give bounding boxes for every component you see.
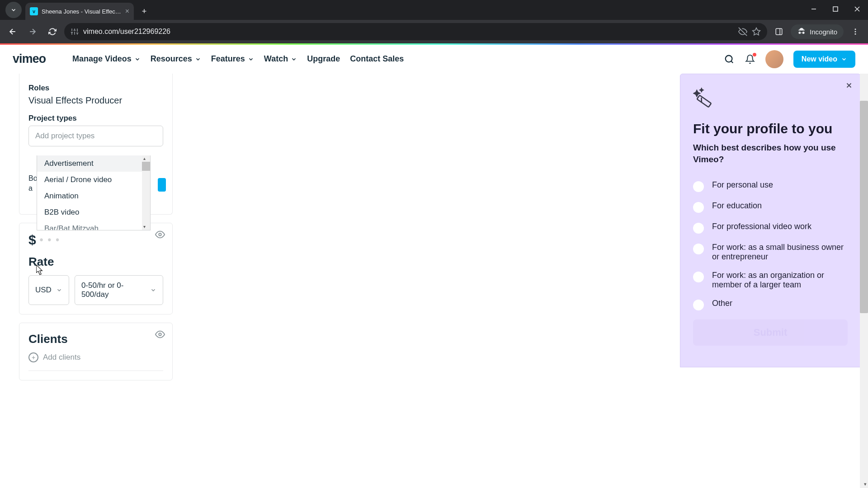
- forward-button[interactable]: [24, 23, 41, 40]
- reload-button[interactable]: [44, 23, 61, 40]
- svg-point-24: [159, 333, 161, 336]
- rate-title: Rate: [28, 255, 163, 269]
- rate-display: $• • •: [28, 232, 163, 248]
- radio-icon: [693, 272, 704, 282]
- browser-tab[interactable]: v Sheena Jones - Visual Effects P ×: [25, 3, 134, 20]
- tab-close-icon[interactable]: ×: [125, 7, 129, 15]
- site-header: vimeo Manage Videos Resources Features W…: [0, 45, 868, 74]
- project-types-dropdown[interactable]: Advertisement Aerial / Drone video Anima…: [37, 155, 151, 230]
- roles-project-card: Roles Visual Effects Producer Project ty…: [19, 74, 173, 215]
- side-panel-button[interactable]: [771, 23, 787, 40]
- svg-rect-27: [697, 95, 712, 107]
- svg-line-22: [731, 61, 733, 63]
- nav-watch[interactable]: Watch: [264, 54, 297, 64]
- profile-sidebar: Roles Visual Effects Producer Project ty…: [19, 74, 173, 389]
- rate-dots: • • •: [40, 234, 60, 246]
- survey-subtitle: Which best describes how you use Vimeo?: [693, 142, 848, 165]
- scroll-down-arrow-icon[interactable]: ▾: [864, 481, 867, 487]
- eye-off-icon[interactable]: [738, 27, 747, 36]
- page-scroll-thumb[interactable]: [860, 101, 868, 313]
- notification-dot-icon: [753, 53, 756, 56]
- magic-wand-icon: [693, 87, 848, 109]
- incognito-indicator[interactable]: Incognito: [791, 24, 844, 39]
- svg-marker-14: [753, 28, 760, 35]
- survey-title: Fit your profile to you: [693, 121, 848, 136]
- browser-chrome: v Sheena Jones - Visual Effects P × + vi…: [0, 0, 868, 43]
- dropdown-scrollbar[interactable]: ▴ ▾: [142, 155, 150, 230]
- page-scrollbar[interactable]: ▾: [860, 74, 868, 488]
- radio-icon: [693, 202, 704, 213]
- tab-search-button[interactable]: [5, 2, 22, 18]
- close-window-button[interactable]: [846, 0, 868, 18]
- incognito-icon: [797, 27, 806, 36]
- survey-submit-button[interactable]: Submit: [693, 319, 848, 346]
- svg-point-23: [159, 233, 161, 236]
- survey-option[interactable]: Other: [693, 299, 848, 310]
- onboarding-survey-panel: Fit your profile to you Which best descr…: [680, 74, 861, 367]
- survey-option[interactable]: For personal use: [693, 180, 848, 192]
- svg-point-19: [855, 33, 856, 35]
- dropdown-option[interactable]: Aerial / Drone video: [37, 172, 150, 188]
- dropdown-scroll-thumb[interactable]: [142, 162, 150, 171]
- scroll-down-arrow-icon[interactable]: ▾: [143, 224, 149, 230]
- window-controls: [803, 0, 868, 18]
- user-avatar[interactable]: [765, 50, 783, 68]
- chevron-down-icon: [150, 287, 156, 293]
- rate-range-select[interactable]: 0-50/hr or 0-500/day: [75, 275, 163, 305]
- maximize-button[interactable]: [825, 0, 846, 18]
- dropdown-option[interactable]: Animation: [37, 188, 150, 204]
- search-button[interactable]: [724, 54, 735, 65]
- add-clients-button[interactable]: + Add clients: [28, 352, 163, 362]
- survey-close-button[interactable]: [845, 81, 853, 89]
- bookmark-star-icon[interactable]: [752, 27, 761, 36]
- radio-icon: [693, 181, 704, 192]
- new-video-button[interactable]: New video: [793, 51, 855, 68]
- roles-label: Roles: [28, 84, 163, 93]
- radio-icon: [693, 300, 704, 310]
- browser-menu-button[interactable]: [847, 23, 863, 40]
- project-types-label: Project types: [28, 114, 163, 123]
- dropdown-option[interactable]: Bar/Bat Mitzvah: [37, 221, 150, 230]
- tab-title: Sheena Jones - Visual Effects P: [42, 8, 122, 15]
- back-button[interactable]: [5, 23, 21, 40]
- obscured-button-edge: [158, 178, 166, 192]
- nav-features[interactable]: Features: [211, 54, 254, 64]
- minimize-button[interactable]: [803, 0, 825, 18]
- svg-point-18: [855, 31, 856, 33]
- divider: [28, 371, 163, 371]
- svg-rect-15: [776, 28, 782, 35]
- vimeo-favicon-icon: v: [30, 7, 38, 15]
- new-tab-button[interactable]: +: [137, 5, 151, 18]
- vimeo-logo[interactable]: vimeo: [13, 52, 62, 66]
- nav-resources[interactable]: Resources: [151, 54, 201, 64]
- clients-title: Clients: [28, 332, 163, 346]
- obscured-text: Boa: [28, 174, 38, 194]
- project-types-input[interactable]: Add project types: [28, 126, 163, 146]
- dropdown-option[interactable]: B2B video: [37, 204, 150, 221]
- dropdown-option[interactable]: Advertisement: [37, 155, 150, 172]
- survey-option[interactable]: For work: as an organization or member o…: [693, 271, 848, 290]
- address-bar: vimeo.com/user212969226 Incognito: [0, 20, 868, 43]
- chevron-down-icon: [56, 287, 62, 293]
- page-content: Roles Visual Effects Producer Project ty…: [0, 74, 868, 488]
- notifications-button[interactable]: [745, 54, 755, 65]
- rate-card: $• • • Rate USD 0-50/hr or 0-500/day: [19, 223, 173, 314]
- survey-option[interactable]: For professional video work: [693, 222, 848, 234]
- visibility-toggle-icon[interactable]: [155, 329, 165, 339]
- url-text: vimeo.com/user212969226: [83, 28, 170, 36]
- chevron-down-icon: [134, 56, 141, 62]
- site-settings-icon[interactable]: [71, 28, 79, 36]
- svg-point-17: [855, 28, 856, 30]
- plus-circle-icon: +: [28, 352, 38, 362]
- scroll-up-arrow-icon[interactable]: ▴: [143, 156, 149, 161]
- nav-manage-videos[interactable]: Manage Videos: [72, 54, 141, 64]
- survey-option[interactable]: For work: as a small business owner or e…: [693, 243, 848, 262]
- survey-option[interactable]: For education: [693, 201, 848, 213]
- visibility-toggle-icon[interactable]: [155, 230, 165, 239]
- radio-icon: [693, 244, 704, 254]
- chevron-down-icon: [291, 56, 297, 62]
- url-field[interactable]: vimeo.com/user212969226: [64, 23, 767, 40]
- nav-upgrade[interactable]: Upgrade: [307, 54, 340, 64]
- nav-contact-sales[interactable]: Contact Sales: [350, 54, 404, 64]
- currency-select[interactable]: USD: [28, 275, 69, 305]
